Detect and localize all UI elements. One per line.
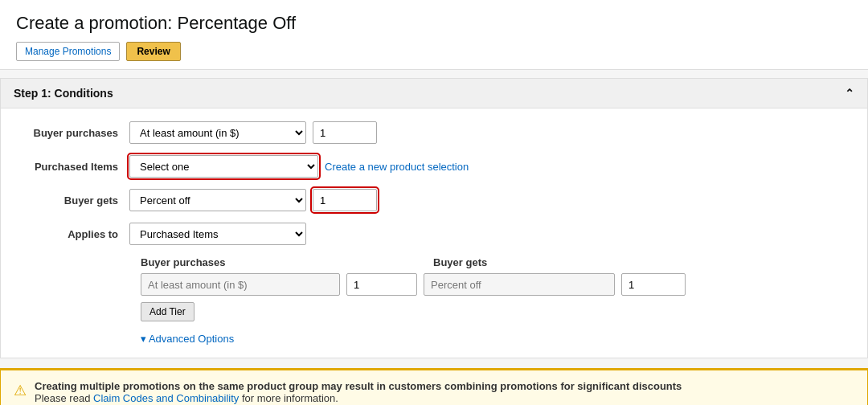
warning-after-link: for more information. [239, 392, 338, 404]
review-button[interactable]: Review [126, 42, 180, 61]
tiers-gap-header [348, 256, 420, 268]
tier-v2-input[interactable] [621, 273, 686, 296]
applies-to-row: Applies to Purchased Items All items Spe… [17, 223, 851, 245]
warning-link[interactable]: Claim Codes and Combinability [93, 392, 239, 404]
buyer-gets-label: Buyer gets [17, 194, 129, 207]
create-product-selection-link[interactable]: Create a new product selection [325, 161, 469, 173]
step1-title: Step 1: Conditions [14, 87, 113, 100]
step1-section: Step 1: Conditions ⌃ Buyer purchases At … [0, 78, 868, 358]
purchased-items-select[interactable]: Select one [129, 155, 318, 178]
buyer-purchases-row: Buyer purchases At least amount (in $) A… [17, 121, 851, 144]
buyer-purchases-label: Buyer purchases [17, 127, 129, 139]
tier-v1-input[interactable] [346, 273, 417, 296]
purchased-items-label: Purchased Items [17, 161, 129, 173]
page-header: Create a promotion: Percentage Off Manag… [0, 0, 868, 70]
warning-bar: ⚠ Creating multiple promotions on the sa… [0, 368, 868, 405]
buyer-purchases-input[interactable] [313, 121, 377, 144]
purchased-items-control: Select one Create a new product selectio… [129, 155, 469, 178]
warning-normal-text: Please read [35, 392, 93, 404]
buyer-purchases-select[interactable]: At least amount (in $) At least quantity… [129, 121, 306, 144]
purchased-items-row: Purchased Items Select one Create a new … [17, 155, 851, 178]
applies-to-select[interactable]: Purchased Items All items Specific items [129, 223, 306, 245]
step1-body: Buyer purchases At least amount (in $) A… [1, 108, 867, 358]
applies-to-label: Applies to [17, 228, 129, 240]
buyer-gets-row: Buyer gets Percent off Amount off Free s… [17, 189, 851, 211]
buyer-gets-input[interactable] [313, 189, 377, 211]
collapse-icon[interactable]: ⌃ [845, 87, 854, 100]
warning-bold-text: Creating multiple promotions on the same… [35, 380, 682, 392]
tier-buyer-gets-input[interactable] [424, 273, 615, 296]
tiers-row [141, 273, 851, 296]
buyer-purchases-control: At least amount (in $) At least quantity… [129, 121, 377, 144]
manage-promotions-button[interactable]: Manage Promotions [16, 42, 120, 61]
advanced-options: ▾ Advanced Options [141, 333, 851, 345]
tiers-area: Buyer purchases Buyer gets Add Tier [17, 256, 851, 329]
advanced-options-link[interactable]: ▾ Advanced Options [141, 333, 234, 345]
tiers-header: Buyer purchases Buyer gets [141, 256, 851, 268]
buyer-gets-control: Percent off Amount off Free shipping [129, 189, 377, 211]
tiers-buyer-purchases-header: Buyer purchases [141, 256, 342, 268]
applies-to-control: Purchased Items All items Specific items [129, 223, 306, 245]
warning-icon: ⚠ [14, 382, 27, 399]
page-title: Create a promotion: Percentage Off [16, 13, 852, 34]
breadcrumb-bar: Manage Promotions Review [16, 42, 852, 61]
tier-buyer-purchases-input[interactable] [141, 273, 340, 296]
buyer-gets-select[interactable]: Percent off Amount off Free shipping [129, 189, 306, 211]
warning-text: Creating multiple promotions on the same… [35, 380, 682, 404]
add-tier-button[interactable]: Add Tier [141, 302, 194, 321]
tiers-buyer-gets-header: Buyer gets [433, 256, 487, 268]
step1-header: Step 1: Conditions ⌃ [1, 79, 867, 108]
